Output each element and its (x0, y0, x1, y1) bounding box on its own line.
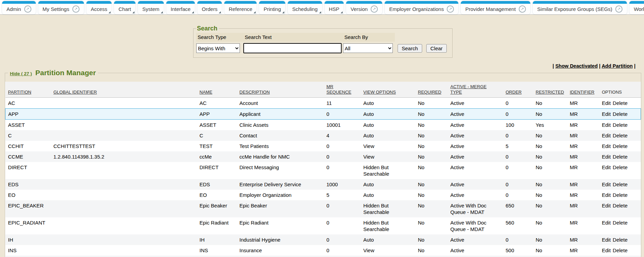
delete-link[interactable]: Delete (613, 111, 627, 117)
edit-link[interactable]: Edit (602, 192, 611, 198)
column-header-description[interactable]: DESCRIPTION (237, 82, 324, 97)
delete-link[interactable]: Delete (613, 143, 627, 149)
nav-tab-reference[interactable]: Reference (224, 1, 257, 14)
table-row-eds[interactable]: EDSEDSEnterprise Delivery Service1000Aut… (5, 179, 641, 190)
table-row-app[interactable]: APPAPPApplicant0AutoNoActive0NoMREditDel… (5, 108, 641, 119)
clear-button[interactable]: Clear (426, 44, 447, 53)
search-button[interactable]: Search (398, 44, 422, 53)
add-partition-link[interactable]: Add Partition (602, 63, 633, 69)
column-header-label[interactable]: ACTIVE - MERGE (450, 84, 502, 90)
column-header-label[interactable]: IDENTIFIER (570, 90, 598, 95)
table-row-c[interactable]: CCContact4AutoNoActive0NoMREditDelete (5, 130, 641, 141)
table-row-asset[interactable]: ASSETASSETClinic Assets10001AutoNoActive… (5, 119, 641, 130)
nav-tab-admin[interactable]: Admin↗ (2, 1, 36, 14)
column-header-active_merge_type[interactable]: ACTIVE - MERGETYPE (448, 82, 503, 97)
column-header-label[interactable]: MR (327, 84, 359, 90)
table-row-ac[interactable]: ACACAccount11AutoNoActive0NoMREditDelete (5, 97, 641, 108)
show-deactivated-link[interactable]: Show Deactivated (555, 63, 598, 69)
nav-tab-my-settings[interactable]: My Settings↗ (38, 1, 84, 14)
delete-link[interactable]: Delete (613, 164, 627, 170)
column-header-mr_sequence[interactable]: MRSEQUENCE (324, 82, 361, 97)
nav-tab-system[interactable]: System (138, 1, 164, 14)
table-row-direct[interactable]: DIRECTDIRECTDirect Messaging0Hidden But … (5, 162, 641, 179)
cell-required: No (415, 151, 448, 162)
external-link-icon[interactable]: ↗ (447, 5, 454, 13)
edit-link[interactable]: Edit (602, 143, 611, 149)
column-header-label[interactable]: GLOBAL IDENTIFIER (54, 90, 196, 95)
external-link-icon[interactable]: ↗ (371, 5, 378, 13)
nav-tab-work-locations[interactable]: Work Locations↗ (629, 1, 644, 14)
nav-tab-provider-management[interactable]: Provider Management↗ (461, 1, 530, 14)
column-header-label[interactable]: SEQUENCE (327, 90, 359, 95)
cell-partition: EPIC_BEAKER (5, 200, 51, 217)
delete-link[interactable]: Delete (613, 220, 627, 226)
column-header-label[interactable]: RESTRICTED (536, 90, 566, 95)
nav-tab-version[interactable]: Version↗ (346, 1, 382, 14)
cell-mr_sequence: 0 (324, 234, 361, 245)
nav-tab-printing[interactable]: Printing (259, 1, 285, 14)
column-header-label[interactable]: NAME (200, 90, 235, 95)
column-header-label[interactable]: VIEW OPTIONS (363, 90, 414, 95)
search-by-select[interactable]: All (343, 43, 393, 53)
nav-tab-access[interactable]: Access (86, 1, 112, 14)
column-header-name[interactable]: NAME (197, 82, 237, 97)
edit-link[interactable]: Edit (602, 122, 611, 128)
nav-tab-hsp[interactable]: HSP (325, 1, 344, 14)
edit-link[interactable]: Edit (602, 133, 611, 138)
cell-restricted: No (533, 200, 567, 217)
delete-link[interactable]: Delete (613, 247, 627, 253)
delete-link[interactable]: Delete (613, 100, 627, 106)
delete-link[interactable]: Delete (613, 237, 627, 243)
edit-link[interactable]: Edit (602, 237, 611, 243)
column-header-global_identifier[interactable]: GLOBAL IDENTIFIER (51, 82, 197, 97)
column-header-order[interactable]: ORDER (503, 82, 533, 97)
cell-description: Industrial Hygiene (237, 234, 324, 245)
table-row-epic_radiant[interactable]: EPIC_RADIANTEpic RadiantEpic Radiant0Hid… (5, 217, 641, 234)
search-type-select[interactable]: Begins With (196, 43, 240, 53)
column-header-partition[interactable]: PARTITION (5, 82, 51, 97)
edit-link[interactable]: Edit (602, 111, 611, 117)
external-link-icon[interactable]: ↗ (72, 5, 80, 13)
column-header-label[interactable]: ORDER (506, 90, 532, 95)
table-row-labcorp[interactable]: LABCORPLabcorpLabcorp0Hidden But Searcha… (5, 256, 641, 257)
column-header-required[interactable]: REQUIRED (415, 82, 448, 97)
delete-link[interactable]: Delete (613, 122, 627, 128)
delete-link[interactable]: Delete (613, 192, 627, 198)
column-header-identifier[interactable]: IDENTIFIER (567, 82, 599, 97)
edit-link[interactable]: Edit (602, 247, 611, 253)
table-row-ins[interactable]: INSINSInsurance0ViewNoActive500NoMREditD… (5, 245, 641, 256)
search-text-input[interactable] (243, 43, 342, 53)
cell-name: Labcorp (197, 256, 237, 257)
column-header-restricted[interactable]: RESTRICTED (533, 82, 567, 97)
hide-toggle-link[interactable]: Hide ( 27 ) (10, 71, 32, 76)
delete-link[interactable]: Delete (613, 154, 627, 160)
table-row-epic_beaker[interactable]: EPIC_BEAKEREpic BeakerEpic Beaker0Hidden… (5, 200, 641, 217)
column-header-label[interactable]: REQUIRED (418, 90, 446, 95)
edit-link[interactable]: Edit (602, 181, 611, 187)
delete-link[interactable]: Delete (613, 133, 627, 138)
external-link-icon[interactable]: ↗ (519, 5, 526, 13)
column-header-view_options[interactable]: VIEW OPTIONS (361, 82, 415, 97)
external-link-icon[interactable]: ↗ (24, 5, 31, 13)
table-row-ih[interactable]: IHIHIndustrial Hygiene0AutoNoActive0NoMR… (5, 234, 641, 245)
column-header-label[interactable]: PARTITION (8, 90, 49, 95)
delete-link[interactable]: Delete (613, 203, 627, 208)
edit-link[interactable]: Edit (602, 100, 611, 106)
nav-tab-similar-exposure-groups-segs[interactable]: Similar Exposure Groups (SEGs)↗ (533, 1, 627, 14)
nav-tab-orders[interactable]: Orders (197, 1, 222, 14)
nav-tab-employer-organizations[interactable]: Employer Organizations↗ (385, 1, 458, 14)
column-header-label[interactable]: TYPE (450, 90, 502, 95)
nav-tab-chart[interactable]: Chart (114, 1, 135, 14)
delete-link[interactable]: Delete (613, 181, 627, 187)
nav-tab-interface[interactable]: Interface (166, 1, 195, 14)
external-link-icon[interactable]: ↗ (615, 5, 622, 13)
edit-link[interactable]: Edit (602, 154, 611, 160)
table-row-cchit[interactable]: CCHITCCHITTESTTESTTESTTest Patients0View… (5, 141, 641, 151)
edit-link[interactable]: Edit (602, 220, 611, 226)
edit-link[interactable]: Edit (602, 203, 611, 208)
nav-tab-scheduling[interactable]: Scheduling (288, 1, 322, 14)
table-row-eo[interactable]: EOEOEmployer Organization5AutoNoActive0N… (5, 190, 641, 200)
edit-link[interactable]: Edit (602, 164, 611, 170)
table-row-ccme[interactable]: CCME1.2.840.114398.1.35.2ccMeccMe Handle… (5, 151, 641, 162)
column-header-label[interactable]: DESCRIPTION (240, 90, 323, 95)
